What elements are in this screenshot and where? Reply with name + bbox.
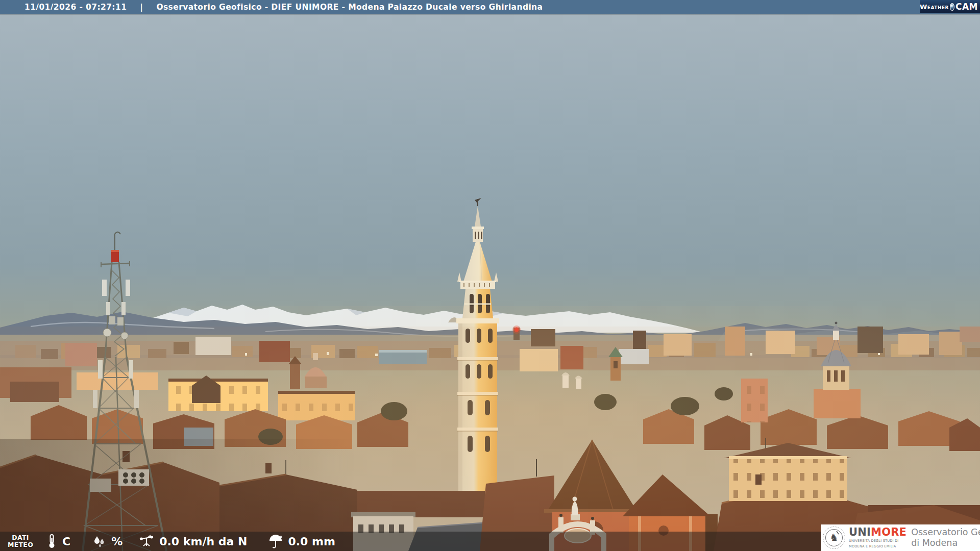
unimore-subtitle-line2: MODENA E REGGIO EMILIA <box>849 544 906 548</box>
weathercam-logo[interactable]: Weather CAM <box>920 0 980 13</box>
observatory-name-line2: di Modena <box>911 538 980 548</box>
humidity-value: % <box>111 535 122 548</box>
webcam-view: 11/01/2026 - 07:27:11 | Osservatorio Geo… <box>0 0 980 551</box>
wind-value: 0.0 km/h da N <box>159 535 247 548</box>
weathercam-orb-icon <box>950 3 954 11</box>
meteo-label-line2: METEO <box>8 541 33 548</box>
unimore-uni-text: UNI <box>849 526 871 538</box>
observatory-name-line1: Osservatorio Geofisico <box>911 527 980 538</box>
humidity-icon <box>92 534 107 549</box>
meteo-data-label: DATI METEO <box>7 534 34 548</box>
datetime-label: 11/01/2026 - 07:27:11 <box>24 3 127 12</box>
rain-value: 0.0 mm <box>288 535 335 548</box>
rain-icon <box>267 534 284 549</box>
header-separator: | <box>140 3 143 12</box>
svg-text:♞: ♞ <box>829 532 838 543</box>
weathercam-weather-label: Weather <box>920 3 949 11</box>
unimore-logo[interactable]: ♞ UNIMORE UNIVERSITÀ DEGLI STUDI DI MODE… <box>821 524 980 551</box>
wind-icon <box>138 534 155 549</box>
unimore-subtitle-line1: UNIVERSITÀ DEGLI STUDI DI <box>849 539 906 543</box>
page-title: Osservatorio Geofisico - DIEF UNIMORE - … <box>156 3 543 12</box>
thermometer-icon <box>45 534 58 549</box>
meteo-label-line1: DATI <box>12 534 29 541</box>
observatory-name: Osservatorio Geofisico di Modena <box>911 527 980 548</box>
temperature-value: C <box>62 535 70 548</box>
city-panorama <box>0 0 980 551</box>
unimore-seal-icon: ♞ <box>822 526 846 549</box>
unimore-wordmark: UNIMORE UNIVERSITÀ DEGLI STUDI DI MODENA… <box>849 527 906 548</box>
header-bar: 11/01/2026 - 07:27:11 | Osservatorio Geo… <box>0 0 980 14</box>
weathercam-cam-label: CAM <box>955 2 978 12</box>
unimore-more-text: MORE <box>871 526 906 538</box>
light-grade <box>0 306 980 551</box>
